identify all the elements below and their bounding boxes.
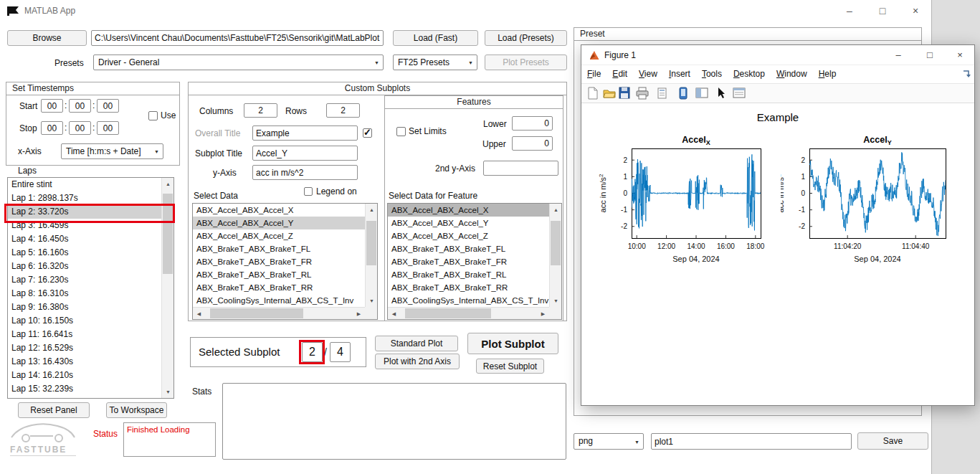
list-item[interactable]: Lap 6: 16.320s: [8, 260, 161, 273]
scrollbar-thumb[interactable]: [210, 308, 303, 318]
yaxis-field[interactable]: [252, 165, 358, 180]
print-figure-icon[interactable]: [636, 87, 650, 100]
second-yaxis-field[interactable]: [483, 161, 558, 176]
overall-title-checkbox[interactable]: [363, 128, 372, 138]
browse-button[interactable]: Browse: [7, 30, 87, 46]
standard-plot-button[interactable]: Standard Plot: [375, 336, 458, 351]
scrollbar-thumb[interactable]: [405, 308, 491, 318]
menu-edit[interactable]: Edit: [606, 65, 633, 82]
format-dropdown[interactable]: png: [574, 433, 644, 450]
scroll-right-icon[interactable]: ▶: [353, 308, 365, 320]
scroll-right-icon[interactable]: ▶: [537, 308, 549, 320]
figure-minimize-button[interactable]: –: [883, 45, 914, 65]
reset-subplot-button[interactable]: Reset Subplot: [476, 359, 544, 374]
filename-field[interactable]: [651, 433, 852, 450]
selected-subplot-total-field[interactable]: [330, 342, 351, 362]
list-item[interactable]: ABX_CoolingSys_Internal_ABX_CS_T_Inv: [388, 294, 549, 307]
list-item[interactable]: ABX_Accel_ABX_Accel_X: [193, 204, 365, 217]
list-item[interactable]: Lap 5: 16.160s: [8, 246, 161, 260]
overall-title-field[interactable]: [252, 125, 358, 141]
list-item[interactable]: Lap 8: 16.310s: [8, 287, 161, 300]
list-item[interactable]: Lap 11: 16.641s: [8, 328, 161, 341]
list-item[interactable]: Lap 13: 16.430s: [8, 355, 161, 369]
menu-desktop[interactable]: Desktop: [728, 65, 771, 82]
rows-field[interactable]: [326, 103, 360, 118]
scrollbar-thumb[interactable]: [366, 221, 376, 265]
menu-tools[interactable]: Tools: [696, 65, 728, 82]
reset-panel-button[interactable]: Reset Panel: [18, 402, 90, 418]
list-item[interactable]: ABX_Accel_ABX_Accel_Z: [388, 229, 549, 242]
data-scrollbar-vertical[interactable]: ▲ ▼: [365, 204, 377, 307]
save-figure-icon[interactable]: [619, 87, 633, 100]
start-minute-field[interactable]: [69, 99, 91, 113]
scroll-up-icon[interactable]: ▲: [162, 178, 174, 190]
list-item[interactable]: Lap 9: 16.380s: [8, 300, 161, 314]
scroll-up-icon[interactable]: ▲: [366, 204, 378, 216]
dock-figure-icon[interactable]: [961, 69, 971, 79]
stop-hour-field[interactable]: [41, 121, 63, 135]
list-item[interactable]: ABX_Accel_ABX_Accel_Z: [193, 229, 365, 242]
set-limits-checkbox[interactable]: [396, 127, 406, 136]
plot-presets-button[interactable]: Plot Presets: [485, 54, 567, 70]
figure-close-button[interactable]: ×: [944, 45, 976, 65]
list-item[interactable]: Lap 3: 16.459s: [8, 219, 161, 232]
plot-2nd-axis-button[interactable]: Plot with 2nd Axis: [375, 354, 460, 369]
preset-dropdown[interactable]: Driver - General: [93, 54, 384, 70]
list-item[interactable]: Lap 7: 16.230s: [8, 273, 161, 287]
scrollbar-thumb[interactable]: [551, 221, 561, 265]
list-item[interactable]: Lap 10: 16.150s: [8, 314, 161, 328]
list-item[interactable]: ABX_BrakeT_ABX_BrakeT_RL: [193, 268, 365, 281]
path-input[interactable]: [91, 30, 384, 46]
to-workspace-button[interactable]: To Workspace: [106, 402, 167, 418]
mobile-device-icon[interactable]: [678, 87, 693, 100]
list-item[interactable]: Lap 15: 32.239s: [8, 382, 161, 396]
columns-field[interactable]: [244, 103, 277, 118]
figure-maximize-button[interactable]: □: [914, 45, 946, 65]
ft25-presets-dropdown[interactable]: FT25 Presets: [393, 54, 477, 70]
property-inspector-icon[interactable]: [733, 87, 747, 100]
close-button[interactable]: ×: [899, 0, 932, 22]
scroll-left-icon[interactable]: ◀: [388, 308, 400, 320]
maximize-button[interactable]: □: [866, 0, 899, 22]
open-file-icon[interactable]: [603, 87, 617, 100]
new-figure-icon[interactable]: [587, 87, 601, 100]
data-listbox[interactable]: ABX_Accel_ABX_Accel_XABX_Accel_ABX_Accel…: [192, 203, 378, 320]
menu-file[interactable]: File: [581, 65, 606, 82]
scroll-up-icon[interactable]: ▲: [550, 204, 562, 216]
list-item[interactable]: ABX_BrakeT_ABX_BrakeT_FL: [193, 242, 365, 255]
laps-scrollbar[interactable]: ▲ ▼: [161, 178, 173, 398]
lower-field[interactable]: [512, 116, 553, 131]
pointer-icon[interactable]: [716, 87, 731, 100]
list-item[interactable]: ABX_BrakeT_ABX_BrakeT_FR: [193, 255, 365, 268]
feature-scrollbar-vertical[interactable]: ▲ ▼: [549, 204, 561, 307]
list-item[interactable]: ABX_Accel_ABX_Accel_Y: [193, 217, 365, 229]
list-item[interactable]: ABX_CoolingSys_Internal_ABX_CS_T_Inv: [193, 294, 365, 307]
list-item[interactable]: ABX_BrakeT_ABX_BrakeT_FL: [388, 242, 549, 255]
list-item[interactable]: ABX_BrakeT_ABX_BrakeT_RR: [193, 281, 365, 294]
save-button[interactable]: Save: [857, 432, 928, 450]
load-fast-button[interactable]: Load (Fast): [393, 30, 478, 46]
use-checkbox[interactable]: [148, 111, 158, 120]
stop-minute-field[interactable]: [69, 121, 91, 135]
load-presets-button[interactable]: Load (Presets): [485, 30, 567, 46]
scrollbar-thumb[interactable]: [163, 194, 173, 274]
list-item[interactable]: Lap 4: 16.450s: [8, 232, 161, 246]
list-item[interactable]: Lap 2: 33.720s: [8, 205, 161, 219]
list-item[interactable]: ABX_Accel_ABX_Accel_X: [388, 204, 549, 217]
list-item[interactable]: Lap 12: 16.529s: [8, 341, 161, 355]
list-item[interactable]: Lap 14: 16.210s: [8, 369, 161, 382]
selected-subplot-current-field[interactable]: [302, 342, 323, 362]
feature-listbox[interactable]: ABX_Accel_ABX_Accel_XABX_Accel_ABX_Accel…: [387, 203, 562, 320]
start-second-field[interactable]: [97, 99, 119, 113]
subplot-title-field[interactable]: [252, 146, 358, 161]
list-item[interactable]: ABX_BrakeT_ABX_BrakeT_FR: [388, 255, 549, 268]
print-preview-icon[interactable]: [657, 87, 671, 100]
list-item[interactable]: ABX_BrakeT_ABX_BrakeT_RR: [388, 281, 549, 294]
stop-second-field[interactable]: [97, 121, 119, 135]
scroll-down-icon[interactable]: ▼: [366, 295, 378, 307]
feature-scrollbar-horizontal[interactable]: ◀ ▶: [388, 307, 549, 319]
menu-insert[interactable]: Insert: [663, 65, 696, 82]
list-item[interactable]: ABX_BrakeT_ABX_BrakeT_RL: [388, 268, 549, 281]
data-scrollbar-horizontal[interactable]: ◀ ▶: [193, 307, 365, 319]
dual-pane-icon[interactable]: [695, 87, 710, 100]
